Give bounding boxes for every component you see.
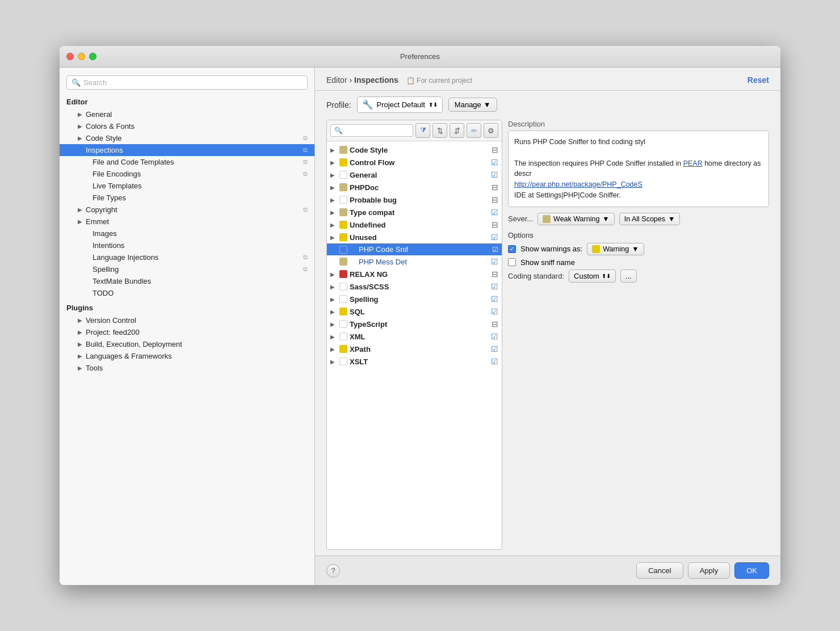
browse-button[interactable]: ...: [620, 270, 637, 283]
insp-item-probable-bug[interactable]: ▶ Probable bug ⊟: [327, 193, 502, 206]
sidebar-item-tools[interactable]: ▶ Tools: [60, 362, 314, 374]
arrow-icon: ▶: [330, 334, 337, 340]
insp-item-xml[interactable]: ▶ XML ☑: [327, 330, 502, 343]
manage-button[interactable]: Manage ▼: [448, 98, 497, 112]
sidebar-item-language-injections[interactable]: Language Injections ⧉: [60, 251, 314, 263]
sidebar-item-colors-fonts[interactable]: ▶ Colors & Fonts: [60, 120, 314, 132]
insp-item-name: PHPDoc: [350, 183, 489, 192]
severity-color-swatch: [543, 215, 551, 223]
severity-color: [339, 320, 347, 328]
cancel-button[interactable]: Cancel: [636, 562, 683, 579]
arrow-icon: ▶: [78, 218, 83, 225]
insp-item-type-compat[interactable]: ▶ Type compat ☑: [327, 206, 502, 218]
sidebar-item-file-templates[interactable]: File and Code Templates ⧉: [60, 156, 314, 168]
insp-item-phpdoc[interactable]: ▶ PHPDoc ⊟: [327, 181, 502, 193]
pear-link[interactable]: PEAR: [683, 159, 703, 167]
minimize-button[interactable]: [78, 53, 85, 60]
sidebar-item-code-style[interactable]: ▶ Code Style ⧉: [60, 132, 314, 144]
insp-item-name: Undefined: [350, 221, 489, 229]
main-body: Profile: 🔧 Project Default ⬆⬇ Manage ▼: [315, 91, 780, 556]
sidebar-item-version-control[interactable]: ▶ Version Control: [60, 314, 314, 326]
coding-standard-row: Coding standard: Custom ⬆⬇ ...: [508, 270, 769, 283]
insp-item-spelling[interactable]: ▶ Spelling ☑: [327, 293, 502, 305]
severity-dropdown[interactable]: Weak Warning ▼: [537, 213, 615, 225]
coding-standard-dropdown[interactable]: Custom ⬆⬇: [569, 270, 616, 283]
sidebar-item-build[interactable]: ▶ Build, Execution, Deployment: [60, 338, 314, 350]
insp-item-name: PHP Mess Det: [350, 258, 489, 266]
close-button[interactable]: [66, 53, 74, 60]
arrow-icon: ▶: [330, 197, 337, 203]
sidebar-item-emmet[interactable]: ▶ Emmet: [60, 216, 314, 228]
show-sniff-checkbox[interactable]: [508, 258, 516, 266]
insp-item-general[interactable]: ▶ General ☑: [327, 169, 502, 181]
help-button[interactable]: ?: [326, 564, 340, 578]
inspection-search-box[interactable]: 🔍: [330, 124, 413, 137]
insp-item-php-code-sniffer[interactable]: PHP Code Snif ☑: [327, 243, 502, 255]
edit-button[interactable]: ✏: [467, 123, 481, 138]
description-text2: The inspection requires PHP Code Sniffer…: [514, 158, 763, 201]
insp-item-xpath[interactable]: ▶ XPath ☑: [327, 343, 502, 355]
inspection-list: ▶ Code Style ⊟ ▶ Control Flow ☑: [327, 141, 502, 549]
insp-item-name: Probable bug: [350, 196, 489, 204]
insp-item-unused[interactable]: ▶ Unused ☑: [327, 231, 502, 243]
sidebar-item-images[interactable]: Images: [60, 228, 314, 239]
sidebar-item-label: Images: [93, 229, 117, 238]
expand-all-button[interactable]: ⇅: [432, 123, 447, 138]
arrow-icon: ▶: [78, 135, 83, 141]
insp-item-name: TypeScript: [350, 320, 489, 329]
ok-button[interactable]: OK: [734, 562, 769, 579]
expand-icon: ⇅: [437, 127, 443, 135]
copy-icon: ⧉: [303, 254, 308, 261]
sidebar-item-intentions[interactable]: Intentions: [60, 239, 314, 251]
reset-button[interactable]: Reset: [747, 75, 769, 85]
collapse-all-button[interactable]: ⇵: [450, 123, 464, 138]
sidebar-item-project[interactable]: ▶ Project: feed200: [60, 326, 314, 338]
insp-item-undefined[interactable]: ▶ Undefined ⊟: [327, 218, 502, 231]
severity-color: [339, 333, 347, 340]
sidebar-item-languages[interactable]: ▶ Languages & Frameworks: [60, 350, 314, 362]
scope-dropdown[interactable]: In All Scopes ▼: [619, 213, 681, 225]
warnings-dropdown[interactable]: Warning ▼: [587, 243, 644, 255]
main-area: Editor › Inspections 📋 For current proje…: [315, 68, 780, 585]
sidebar-item-label: TODO: [93, 289, 114, 297]
description-text1: Runs PHP Code Sniffer to find coding sty…: [514, 137, 763, 148]
sidebar-item-inspections[interactable]: Inspections ⧉: [60, 144, 314, 156]
filter-button[interactable]: ⧩: [415, 123, 430, 138]
insp-item-xslt[interactable]: ▶ XSLT ☑: [327, 355, 502, 368]
breadcrumb-current: Inspections: [354, 75, 398, 85]
url-link[interactable]: http://pear.php.net/package/PHP_CodeS: [514, 180, 642, 188]
sidebar-item-general[interactable]: ▶ General: [60, 108, 314, 120]
severity-color: [339, 308, 347, 316]
sidebar-item-spelling[interactable]: Spelling ⧉: [60, 263, 314, 275]
sidebar-item-live-templates[interactable]: Live Templates: [60, 180, 314, 192]
insp-item-sass-scss[interactable]: ▶ Sass/SCSS ☑: [327, 280, 502, 293]
sidebar-search[interactable]: 🔍 Search: [66, 75, 308, 90]
insp-item-sql[interactable]: ▶ SQL ☑: [327, 305, 502, 318]
insp-item-code-style[interactable]: ▶ Code Style ⊟: [327, 144, 502, 156]
insp-item-typescript[interactable]: ▶ TypeScript ⊟: [327, 318, 502, 330]
maximize-button[interactable]: [89, 53, 96, 60]
severity-color: [339, 208, 347, 216]
severity-color: [339, 246, 347, 254]
severity-color: [339, 295, 347, 303]
severity-value: Weak Warning: [553, 215, 599, 223]
chevron-icon: ⬆⬇: [429, 102, 438, 108]
severity-label: Sever...: [508, 214, 533, 223]
profile-select[interactable]: 🔧 Project Default ⬆⬇: [357, 96, 443, 113]
sidebar-item-file-types[interactable]: File Types: [60, 192, 314, 204]
insp-item-name: RELAX NG: [350, 270, 489, 279]
sidebar-item-todo[interactable]: TODO: [60, 287, 314, 299]
sidebar-item-copyright[interactable]: ▶ Copyright ⧉: [60, 204, 314, 216]
severity-color: [339, 183, 347, 191]
inspection-search-input[interactable]: [345, 127, 409, 134]
insp-item-relax-ng[interactable]: ▶ RELAX NG ⊟: [327, 268, 502, 280]
show-warnings-checkbox[interactable]: [508, 245, 516, 253]
insp-item-php-mess-detector[interactable]: PHP Mess Det ☑: [327, 255, 502, 268]
sidebar-item-textmate[interactable]: TextMate Bundles: [60, 275, 314, 287]
insp-item-control-flow[interactable]: ▶ Control Flow ☑: [327, 156, 502, 169]
settings-button[interactable]: ⚙: [484, 123, 498, 138]
filter-icon: ⧩: [420, 126, 426, 135]
severity-color: [339, 345, 347, 353]
sidebar-item-file-encodings[interactable]: File Encodings ⧉: [60, 168, 314, 180]
apply-button[interactable]: Apply: [688, 562, 730, 579]
